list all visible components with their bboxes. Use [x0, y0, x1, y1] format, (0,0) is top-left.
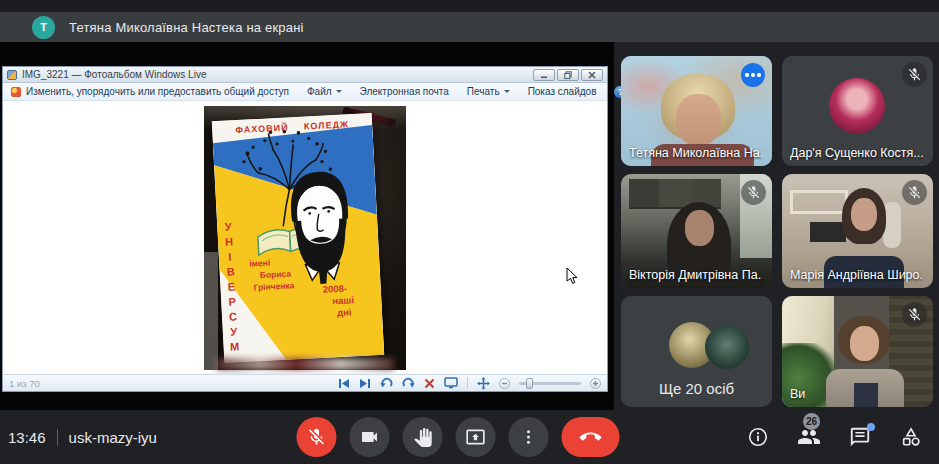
previous-icon: [338, 378, 350, 389]
mic-off-icon: [902, 62, 927, 87]
menu-email-label: Электронная почта: [360, 86, 449, 97]
info-icon: [747, 426, 769, 448]
raise-hand-icon: [413, 428, 432, 447]
end-call-icon: [580, 426, 602, 448]
wall-tv: [810, 222, 846, 242]
zoom-slider-thumb[interactable]: [526, 378, 533, 389]
participant-name: Ви: [790, 387, 805, 401]
more-participants-tile[interactable]: Ще 20 осіб: [621, 296, 772, 407]
video-tile-viktoria[interactable]: Вікторія Дмитрівна Па...: [621, 174, 772, 288]
menu-file[interactable]: Файл: [307, 86, 342, 97]
present-screen-icon: [466, 427, 486, 447]
previous-photo-button[interactable]: [338, 378, 350, 389]
shared-screen: IMG_3221 — Фотоальбом Windows Live: [0, 42, 614, 410]
participant-count-badge: 26: [803, 413, 820, 430]
video-tile-self[interactable]: Ви: [782, 296, 933, 407]
rotate-right-button[interactable]: [402, 377, 415, 389]
rotate-right-icon: [402, 377, 415, 389]
menu-print[interactable]: Печать: [467, 86, 510, 97]
menu-edit-organize-share[interactable]: Изменить, упорядочить или предоставить о…: [11, 86, 289, 97]
photo-viewer-canvas: ФАХОВИЙ КОЛЕДЖ УНІВЕРСУМ імені Бориса Гр…: [3, 101, 607, 374]
activities-button[interactable]: [899, 425, 923, 449]
meeting-details-button[interactable]: [746, 425, 770, 449]
tile-options-button[interactable]: [741, 63, 765, 87]
close-icon: [588, 71, 596, 79]
mouse-cursor: [566, 267, 579, 285]
rotate-left-button[interactable]: [380, 377, 393, 389]
dropdown-caret-icon: [336, 90, 342, 96]
dropdown-caret-icon: [504, 90, 510, 96]
clock: 13:46: [8, 429, 46, 446]
delete-icon: [424, 378, 435, 389]
participant-name: Дар'я Сущенко Костя...: [790, 146, 923, 160]
mic-off-icon: [902, 180, 927, 205]
presentation-banner: Т Тетяна Миколаївна Настека на екрані: [0, 12, 939, 42]
wall-shelf: [790, 190, 848, 214]
poster-years: 2008- наші дні: [322, 282, 354, 320]
meet-bottom-bar: 13:46 usk-mazy-iyu: [0, 410, 939, 464]
mic-off-icon: [741, 180, 766, 205]
participant-avatar: [705, 325, 749, 369]
restore-button[interactable]: [557, 69, 579, 81]
participants-button[interactable]: 26: [797, 425, 821, 449]
zoom-in-icon: [592, 380, 599, 387]
delete-photo-button[interactable]: [424, 378, 435, 389]
video-tile-tetiana[interactable]: Тетяна Миколаївна На...: [621, 56, 772, 166]
zoom-out-button[interactable]: [499, 378, 510, 389]
menu-slideshow[interactable]: Показ слайдов: [528, 86, 597, 97]
menu-edit-label: Изменить, упорядочить или предоставить о…: [26, 86, 289, 97]
participants-grid: Тетяна Миколаївна На... Дар'я Сущенко Ко…: [621, 56, 933, 407]
participant-video-face: [676, 94, 721, 146]
meeting-code: usk-mazy-iyu: [69, 429, 157, 446]
slideshow-icon: [444, 377, 458, 389]
menu-bar: Изменить, упорядочить или предоставить о…: [3, 83, 607, 101]
more-options-button[interactable]: [509, 417, 549, 457]
next-icon: [359, 378, 371, 389]
photo-img-3221: ФАХОВИЙ КОЛЕДЖ УНІВЕРСУМ імені Бориса Гр…: [204, 106, 406, 370]
present-screen-button[interactable]: [456, 417, 496, 457]
presenter-avatar-letter: Т: [40, 21, 47, 33]
more-participants-label: Ще 20 осіб: [621, 380, 772, 397]
camera-toggle-button[interactable]: [350, 417, 390, 457]
video-tile-darya[interactable]: Дар'я Сущенко Костя...: [782, 56, 933, 166]
actual-size-button[interactable]: [477, 377, 490, 390]
participant-video-face: [850, 326, 879, 361]
presenter-avatar: Т: [32, 16, 55, 39]
next-photo-button[interactable]: [359, 378, 371, 389]
zoom-slider[interactable]: [519, 382, 581, 385]
more-vertical-icon: [520, 428, 538, 446]
mic-off-icon: [902, 302, 927, 327]
poster-named-after: імені Бориса Грінченка: [249, 255, 295, 293]
participant-video-face: [851, 198, 877, 231]
menu-slideshow-label: Показ слайдов: [528, 86, 597, 97]
zoom-out-icon: [501, 380, 508, 387]
presentation-banner-text: Тетяна Миколаївна Настека на екрані: [69, 20, 304, 35]
rotate-left-icon: [380, 377, 393, 389]
fit-to-window-icon: [477, 377, 490, 390]
chat-notification-dot: [867, 423, 875, 431]
participant-avatar: [829, 78, 885, 134]
raise-hand-button[interactable]: [403, 417, 443, 457]
gallery-edit-icon: [11, 87, 21, 97]
slideshow-button[interactable]: [444, 377, 458, 389]
leave-call-button[interactable]: [562, 417, 620, 457]
status-bar: 1 из 70: [3, 374, 607, 391]
menu-email[interactable]: Электронная почта: [360, 86, 449, 97]
photo-counter: 1 из 70: [9, 378, 40, 389]
close-button[interactable]: [581, 69, 603, 81]
zoom-in-button[interactable]: [590, 378, 601, 389]
meet-app: Т Тетяна Миколаївна Настека на екрані IM…: [0, 0, 939, 464]
participant-video-shirt: [854, 383, 878, 407]
participant-name: Тетяна Миколаївна На...: [629, 146, 762, 160]
chat-button[interactable]: [848, 425, 872, 449]
photo-file-icon: [7, 70, 17, 80]
window-titlebar[interactable]: IMG_3221 — Фотоальбом Windows Live: [3, 67, 607, 83]
participant-name: Марія Андріївна Широ...: [790, 268, 923, 282]
camera-icon: [360, 427, 380, 447]
participant-name: Вікторія Дмитрівна Па...: [629, 268, 762, 282]
video-tile-maria[interactable]: Марія Андріївна Широ...: [782, 174, 933, 288]
toolbar-divider: [467, 377, 468, 389]
microphone-toggle-button[interactable]: [297, 417, 337, 457]
minimize-button[interactable]: [533, 69, 555, 81]
restore-icon: [564, 71, 572, 79]
